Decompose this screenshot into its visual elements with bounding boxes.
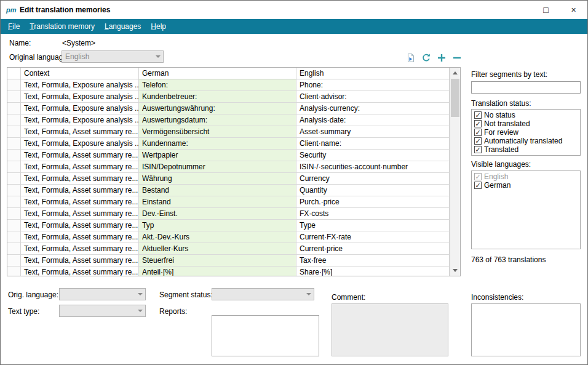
- english-cell[interactable]: Phone:: [296, 79, 450, 91]
- english-cell[interactable]: ISIN·/·securities·account·number: [296, 161, 450, 173]
- scroll-up-icon[interactable]: [450, 68, 460, 78]
- context-cell[interactable]: Text, Formula, Exposure analysis ...: [21, 103, 139, 114]
- context-cell[interactable]: Text, Formula, Asset summary re...: [21, 126, 139, 138]
- context-cell[interactable]: Text, Formula, Asset summary re...: [21, 185, 139, 196]
- row-selector[interactable]: [7, 79, 21, 91]
- english-cell[interactable]: Currency: [296, 173, 450, 185]
- row-selector[interactable]: [7, 161, 21, 173]
- checkbox-icon[interactable]: ✓: [474, 137, 482, 145]
- context-cell[interactable]: Text, Formula, Asset summary re...: [21, 196, 139, 208]
- checkbox-item[interactable]: ✓For review: [474, 128, 578, 137]
- row-selector[interactable]: [7, 103, 21, 114]
- checkbox-icon[interactable]: ✓: [474, 111, 482, 119]
- english-cell[interactable]: Analysis·date:: [296, 114, 450, 126]
- header-context[interactable]: Context: [21, 68, 139, 79]
- row-selector[interactable]: [7, 255, 21, 267]
- context-cell[interactable]: Text, Formula, Asset summary re...: [21, 161, 139, 173]
- german-cell[interactable]: Kundenname:: [139, 138, 296, 150]
- table-row[interactable]: Text, Formula, Asset summary re...Aktuel…: [7, 243, 450, 255]
- maximize-button[interactable]: □: [532, 1, 560, 19]
- table-row[interactable]: Text, Formula, Asset summary re...Bestan…: [7, 185, 450, 196]
- german-cell[interactable]: Vermögensübersicht: [139, 126, 296, 138]
- english-cell[interactable]: Security: [296, 150, 450, 161]
- table-row[interactable]: Text, Formula, Asset summary re...Dev.-E…: [7, 208, 450, 220]
- german-cell[interactable]: Einstand: [139, 196, 296, 208]
- context-cell[interactable]: Text, Formula, Asset summary re...: [21, 267, 139, 276]
- english-cell[interactable]: Current·price: [296, 243, 450, 255]
- english-cell[interactable]: Client·name:: [296, 138, 450, 150]
- header-german[interactable]: German: [139, 68, 296, 79]
- original-language-select[interactable]: English: [62, 50, 164, 63]
- row-selector[interactable]: [7, 231, 21, 243]
- row-selector[interactable]: [7, 196, 21, 208]
- german-cell[interactable]: Bestand: [139, 185, 296, 196]
- table-row[interactable]: Text, Formula, Asset summary re...ISIN/D…: [7, 161, 450, 173]
- row-selector[interactable]: [7, 185, 21, 196]
- german-cell[interactable]: Dev.-Einst.: [139, 208, 296, 220]
- orig-language-select[interactable]: [59, 288, 146, 300]
- context-cell[interactable]: Text, Formula, Asset summary re...: [21, 173, 139, 185]
- row-selector[interactable]: [7, 267, 21, 276]
- context-cell[interactable]: Text, Formula, Asset summary re...: [21, 231, 139, 243]
- context-cell[interactable]: Text, Formula, Exposure analysis ...: [21, 91, 139, 103]
- german-cell[interactable]: Telefon:: [139, 79, 296, 91]
- table-row[interactable]: Text, Formula, Exposure analysis ...Ausw…: [7, 114, 450, 126]
- context-cell[interactable]: Text, Formula, Asset summary re...: [21, 255, 139, 267]
- german-cell[interactable]: Aktueller·Kurs: [139, 243, 296, 255]
- checkbox-icon[interactable]: ✓: [474, 129, 482, 136]
- comment-box[interactable]: [332, 303, 448, 356]
- menu-item-help[interactable]: Help: [146, 19, 171, 34]
- english-cell[interactable]: Quantity: [296, 185, 450, 196]
- english-cell[interactable]: FX·costs: [296, 208, 450, 220]
- context-cell[interactable]: Text, Formula, Exposure analysis ...: [21, 138, 139, 150]
- scroll-down-icon[interactable]: [450, 265, 460, 276]
- german-cell[interactable]: Währung: [139, 173, 296, 185]
- segment-status-select[interactable]: [212, 288, 314, 300]
- german-cell[interactable]: Wertpapier: [139, 150, 296, 161]
- english-cell[interactable]: Share·[%]: [296, 267, 450, 276]
- close-button[interactable]: ×: [560, 1, 587, 19]
- row-selector[interactable]: [7, 114, 21, 126]
- context-cell[interactable]: Text, Formula, Exposure analysis ...: [21, 79, 139, 91]
- german-cell[interactable]: Auswertungswährung:: [139, 103, 296, 114]
- table-row[interactable]: Text, Formula, Asset summary re...Wertpa…: [7, 150, 450, 161]
- german-cell[interactable]: Steuerfrei: [139, 255, 296, 267]
- context-cell[interactable]: Text, Formula, Asset summary re...: [21, 220, 139, 231]
- menu-item-languages[interactable]: Languages: [100, 19, 146, 34]
- table-row[interactable]: Text, Formula, Asset summary re...Einsta…: [7, 196, 450, 208]
- english-cell[interactable]: Asset·summary: [296, 126, 450, 138]
- german-cell[interactable]: Kundenbetreuer:: [139, 91, 296, 103]
- checkbox-item[interactable]: ✓Translated: [474, 145, 578, 154]
- german-cell[interactable]: Typ: [139, 220, 296, 231]
- english-cell[interactable]: Client·advisor:: [296, 91, 450, 103]
- row-selector[interactable]: [7, 91, 21, 103]
- german-cell[interactable]: Anteil·[%]: [139, 267, 296, 276]
- row-selector[interactable]: [7, 126, 21, 138]
- table-row[interactable]: Text, Formula, Asset summary re...Akt.·D…: [7, 231, 450, 243]
- checkbox-item[interactable]: ✓Not translated: [474, 119, 578, 128]
- checkbox-item[interactable]: ✓Automatically translated: [474, 137, 578, 145]
- reports-list[interactable]: [212, 315, 319, 356]
- table-row[interactable]: Text, Formula, Asset summary re...Währun…: [7, 173, 450, 185]
- table-row[interactable]: Text, Formula, Exposure analysis ...Kund…: [7, 138, 450, 150]
- row-selector[interactable]: [7, 220, 21, 231]
- row-selector[interactable]: [7, 208, 21, 220]
- table-row[interactable]: Text, Formula, Asset summary re...TypTyp…: [7, 220, 450, 231]
- filter-input[interactable]: [471, 81, 581, 94]
- row-selector[interactable]: [7, 243, 21, 255]
- context-cell[interactable]: Text, Formula, Asset summary re...: [21, 208, 139, 220]
- english-cell[interactable]: Current·FX·rate: [296, 231, 450, 243]
- scrollbar-thumb[interactable]: [451, 79, 459, 117]
- add-icon[interactable]: [436, 52, 447, 63]
- table-row[interactable]: Text, Formula, Exposure analysis ...Tele…: [7, 79, 450, 91]
- context-cell[interactable]: Text, Formula, Asset summary re...: [21, 243, 139, 255]
- english-cell[interactable]: Purch.·price: [296, 196, 450, 208]
- row-selector[interactable]: [7, 173, 21, 185]
- english-cell[interactable]: Type: [296, 220, 450, 231]
- table-row[interactable]: Text, Formula, Exposure analysis ...Kund…: [7, 91, 450, 103]
- row-selector[interactable]: [7, 138, 21, 150]
- table-row[interactable]: Text, Formula, Asset summary re...Anteil…: [7, 267, 450, 276]
- german-cell[interactable]: ISIN/Depotnummer: [139, 161, 296, 173]
- context-cell[interactable]: Text, Formula, Exposure analysis ...: [21, 114, 139, 126]
- menu-item-file[interactable]: File: [3, 19, 25, 34]
